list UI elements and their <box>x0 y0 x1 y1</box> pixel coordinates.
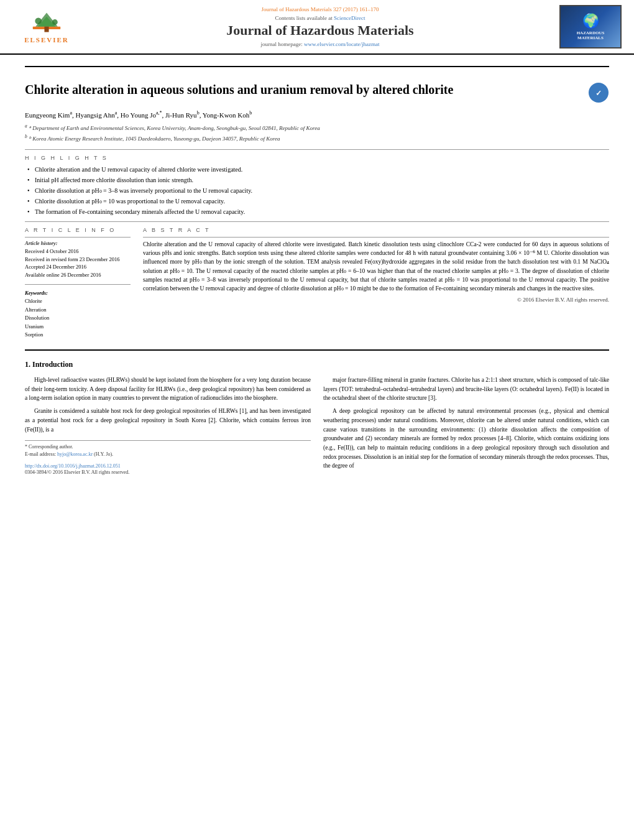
accepted-date: Accepted 24 December 2016 <box>25 263 131 271</box>
abstract-copyright: © 2016 Elsevier B.V. All rights reserved… <box>143 297 609 303</box>
highlight-item: The formation of Fe-containing secondary… <box>25 207 609 216</box>
hazardous-materials-logo: 🌍 HAZARDOUSMATERIALS <box>559 5 622 48</box>
body-col-left: High-level radioactive wastes (HLRWs) sh… <box>25 376 311 476</box>
highlight-item: Chlorite dissolution at pH₀ = 10 was pro… <box>25 196 609 206</box>
svg-rect-3 <box>44 27 48 32</box>
authors: Eungyeong Kima, Hyangsig Ahna, Ho Young … <box>25 109 609 120</box>
intro-para-3: major fracture-filling mineral in granit… <box>323 376 609 403</box>
highlight-item: Chlorite alteration and the U removal ca… <box>25 165 609 174</box>
abstract-text: Chlorite alteration and the U removal ca… <box>143 240 609 293</box>
highlight-item: Chlorite dissolution at pH₀ = 3–8 was in… <box>25 186 609 195</box>
revised-date: Received in revised form 23 December 201… <box>25 256 131 264</box>
keyword-5: Sorption <box>25 331 131 339</box>
keyword-3: Dissolution <box>25 314 131 323</box>
article-title-section: Chlorite alteration in aqueous solutions… <box>25 72 609 109</box>
body-separator <box>25 349 609 351</box>
sciencedirect-link[interactable]: ScienceDirect <box>334 15 365 21</box>
crossmark-container: ✓ <box>587 81 609 103</box>
article-info-label: A R T I C L E I N F O <box>25 227 131 233</box>
keywords-separator <box>25 284 131 285</box>
affiliation-a: a ᵃ Department of Earth and Environmenta… <box>25 122 609 132</box>
abstract-box: Chlorite alteration and the U removal ca… <box>143 237 609 303</box>
crossmark-icon: ✓ <box>589 83 609 103</box>
journal-homepage: journal homepage: www.elsevier.com/locat… <box>93 41 547 47</box>
keyword-2: Alteration <box>25 306 131 315</box>
header-separator <box>25 66 609 67</box>
globe-icon: 🌍 <box>582 13 599 29</box>
journal-title: Journal of Hazardous Materials <box>93 22 547 39</box>
hazardous-label: HAZARDOUSMATERIALS <box>577 30 605 41</box>
highlights-list: Chlorite alteration and the U removal ca… <box>25 165 609 216</box>
intro-para-2: Granite is considered a suitable host ro… <box>25 407 311 434</box>
intro-section: 1. Introduction High-level radioactive w… <box>25 360 609 476</box>
highlights-section: H I G H L I G H T S Chlorite alteration … <box>25 155 609 216</box>
highlights-label: H I G H L I G H T S <box>25 155 609 161</box>
elsevier-tree-icon <box>28 10 65 35</box>
journal-header: ELSEVIER Journal of Hazardous Materials … <box>0 0 634 55</box>
keywords-label: Keywords: <box>25 290 131 296</box>
intro-para-1: High-level radioactive wastes (HLRWs) sh… <box>25 376 311 403</box>
elsevier-logo: ELSEVIER <box>12 5 81 48</box>
article-title: Chlorite alteration in aqueous solutions… <box>25 81 587 98</box>
article-info-separator-top <box>25 221 609 222</box>
body-text-left: High-level radioactive wastes (HLRWs) sh… <box>25 376 311 434</box>
body-text-right: major fracture-filling mineral in granit… <box>323 376 609 471</box>
elsevier-label: ELSEVIER <box>24 36 69 44</box>
body-two-col: High-level radioactive wastes (HLRWs) sh… <box>25 376 609 476</box>
body-col-right: major fracture-filling mineral in granit… <box>323 376 609 476</box>
content-area: Chlorite alteration in aqueous solutions… <box>0 55 634 482</box>
available-date: Available online 26 December 2016 <box>25 271 131 279</box>
doi-section: http://dx.doi.org/10.1016/j.jhazmat.2016… <box>25 462 311 469</box>
keyword-1: Chlorite <box>25 297 131 306</box>
keyword-4: Uranium <box>25 323 131 331</box>
intro-title: 1. Introduction <box>25 360 609 369</box>
issn-text: 0304-3894/© 2016 Elsevier B.V. All right… <box>25 469 311 476</box>
abstract-label: A B S T R A C T <box>143 227 609 233</box>
history-group: Article history: Received 4 October 2016… <box>25 240 131 279</box>
affiliation-b: b ᵇ Korea Atomic Energy Research Institu… <box>25 133 609 143</box>
page: ELSEVIER Journal of Hazardous Materials … <box>0 0 634 840</box>
svg-point-5 <box>52 19 58 25</box>
email-link[interactable]: hyjo@korea.ac.kr <box>57 451 93 457</box>
doi-link[interactable]: http://dx.doi.org/10.1016/j.jhazmat.2016… <box>25 463 121 469</box>
highlight-item: Initial pH affected more chlorite dissol… <box>25 175 609 185</box>
received-date: Received 4 October 2016 <box>25 247 131 256</box>
contents-label: Contents lists available at ScienceDirec… <box>93 15 547 21</box>
abstract-col: A B S T R A C T Chlorite alteration and … <box>143 227 609 344</box>
article-info-col: A R T I C L E I N F O Article history: R… <box>25 227 131 344</box>
article-info-abstract: A R T I C L E I N F O Article history: R… <box>25 227 609 344</box>
svg-point-4 <box>35 17 42 24</box>
article-info-box: Article history: Received 4 October 2016… <box>25 237 131 339</box>
header-center: Journal of Hazardous Materials 327 (2017… <box>81 6 559 47</box>
highlights-separator-top <box>25 149 609 150</box>
svg-text:✓: ✓ <box>595 89 602 98</box>
keywords-group: Keywords: Chlorite Alteration Dissolutio… <box>25 290 131 339</box>
affiliations: a ᵃ Department of Earth and Environmenta… <box>25 122 609 143</box>
journal-ref: Journal of Hazardous Materials 327 (2017… <box>93 6 547 12</box>
footnote-area: * Corresponding author. E-mail address: … <box>25 440 311 476</box>
intro-para-4: A deep geological repository can be affe… <box>323 407 609 471</box>
history-label: Article history: <box>25 240 131 246</box>
footnote-corresponding: * Corresponding author. E-mail address: … <box>25 443 311 458</box>
homepage-url[interactable]: www.elsevier.com/locate/jhazmat <box>304 41 379 47</box>
